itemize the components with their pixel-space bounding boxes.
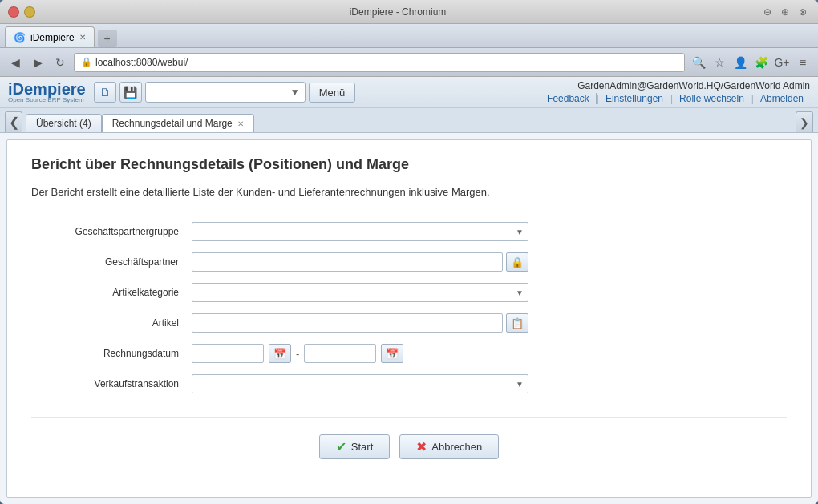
field-artikel: 📋 (192, 313, 528, 333)
new-window-button[interactable]: 🗋 (94, 82, 116, 103)
tab-current[interactable]: Rechnungsdetail und Marge ✕ (102, 114, 254, 132)
label-artikel: Artikel (31, 317, 192, 329)
rechnungsdatum-to-input[interactable] (304, 344, 376, 363)
form-row-verkaufstransaktion: Verkaufstransaktion ▼ (31, 374, 787, 393)
app-area: iDempiere Open Source ERP System 🗋 💾 ▼ M… (0, 77, 818, 504)
geschaeftspartner-input-group: 🔒 (192, 252, 528, 272)
report-description: Der Bericht erstellt eine detaillierte L… (31, 186, 787, 198)
action-bar: ✔ Start ✖ Abbrechen (31, 417, 787, 475)
menu-icon[interactable]: ≡ (794, 54, 812, 71)
window-title: iDempiere - Chromium (35, 6, 760, 18)
app-tab-strip: ❮ Übersicht (4) Rechnungsdetail und Marg… (0, 108, 818, 133)
label-geschaeftspartner: Geschäftspartner (31, 256, 192, 268)
tab-current-close-button[interactable]: ✕ (237, 119, 244, 128)
form-row-artikel: Artikel 📋 (31, 313, 787, 333)
geschaeftspartnergruppe-select[interactable] (192, 222, 528, 241)
form-row-geschaeftspartner: Geschäftspartner 🔒 (31, 252, 787, 272)
title-bar: iDempiere - Chromium ⊖ ⊕ ⊗ (0, 0, 818, 24)
app-logo[interactable]: iDempiere Open Source ERP System (8, 81, 86, 103)
window-controls[interactable] (8, 6, 35, 18)
start-button[interactable]: ✔ Start (319, 434, 390, 459)
url-text: localhost:8080/webui/ (95, 57, 188, 68)
settings-link[interactable]: Einstellungen (599, 93, 670, 104)
bookmark-icon[interactable]: ☆ (711, 54, 728, 71)
tab-overview-label: Übersicht (4) (36, 118, 91, 129)
title-bar-controls: ⊖ ⊕ ⊗ (760, 6, 810, 18)
minimize-window-button[interactable] (24, 6, 35, 18)
tab-toggle-right-button[interactable]: ❯ (796, 111, 813, 132)
date-separator: - (296, 348, 299, 360)
google-icon[interactable]: G+ (773, 54, 791, 71)
url-bar[interactable]: 🔒 localhost:8080/webui/ (74, 53, 685, 72)
save-button[interactable]: 💾 (119, 82, 142, 103)
artikel-input-group: 📋 (192, 313, 528, 333)
menu-button[interactable]: Menü (309, 83, 356, 103)
artikelkategorie-select[interactable] (192, 283, 528, 302)
rechnungsdatum-to-calendar-button[interactable]: 📅 (381, 344, 403, 363)
verkaufstransaktion-select[interactable] (192, 374, 528, 393)
logout-link[interactable]: Abmelden (754, 93, 810, 104)
profile-icon[interactable]: 👤 (731, 54, 749, 71)
field-geschaeftspartnergruppe: ▼ (192, 222, 528, 241)
feedback-link[interactable]: Feedback (541, 93, 597, 104)
address-bar: ◀ ▶ ↻ 🔒 localhost:8080/webui/ 🔍 ☆ 👤 🧩 G+… (0, 48, 818, 77)
cancel-button[interactable]: ✖ Abbrechen (399, 434, 499, 459)
date-range-row: 📅 - 📅 (192, 344, 528, 363)
forward-button[interactable]: ▶ (29, 54, 47, 71)
header-right: GardenAdmin@GardenWorld.HQ/GardenWorld A… (541, 80, 810, 104)
report-title: Bericht über Rechnungsdetails (Positione… (31, 156, 787, 173)
rechnungsdatum-from-input[interactable] (192, 344, 264, 363)
app-logo-main: iDempiere (8, 81, 86, 97)
tab-overview[interactable]: Übersicht (4) (26, 114, 102, 132)
close-icon[interactable]: ⊗ (796, 6, 810, 18)
search-icon[interactable]: 🔍 (690, 54, 707, 71)
header-buttons: 🗋 💾 ▼ Menü (94, 82, 356, 103)
label-geschaeftspartnergruppe: Geschäftspartnergruppe (31, 226, 192, 237)
reload-button[interactable]: ↻ (51, 54, 69, 71)
x-icon: ✖ (416, 439, 427, 454)
back-button[interactable]: ◀ (6, 54, 24, 71)
geschaeftspartner-input[interactable] (192, 252, 503, 272)
artikel-input[interactable] (192, 313, 503, 333)
chevron-down-icon: ▼ (290, 87, 300, 98)
form-row-artikelkategorie: Artikelkategorie ▼ (31, 283, 787, 302)
browser-tab-close-button[interactable]: ✕ (79, 33, 86, 42)
geschaeftspartner-lookup-button[interactable]: 🔒 (506, 252, 528, 272)
app-header: iDempiere Open Source ERP System 🗋 💾 ▼ M… (0, 77, 818, 108)
cancel-button-label: Abbrechen (431, 441, 482, 453)
lock-icon: 🔒 (81, 57, 92, 67)
start-button-label: Start (351, 441, 373, 453)
browser-tab-bar: 🌀 iDempiere ✕ + (0, 24, 818, 48)
field-rechnungsdatum: 📅 - 📅 (192, 344, 528, 363)
label-rechnungsdatum: Rechnungsdatum (31, 348, 192, 359)
field-artikelkategorie: ▼ (192, 283, 528, 302)
field-verkaufstransaktion: ▼ (192, 374, 528, 393)
browser-tab-label: iDempiere (30, 32, 75, 43)
address-bar-icons: 🔍 ☆ 👤 🧩 G+ ≡ (690, 54, 812, 71)
extensions-icon[interactable]: 🧩 (752, 54, 770, 71)
browser-tab[interactable]: 🌀 iDempiere ✕ (5, 26, 95, 47)
browser-tab-icon: 🌀 (14, 32, 26, 43)
form-row-geschaeftspartnergruppe: Geschäftspartnergruppe ▼ (31, 222, 787, 241)
switch-role-link[interactable]: Rolle wechseln (673, 93, 751, 104)
minimize-icon[interactable]: ⊖ (760, 6, 775, 18)
header-links: Feedback | Einstellungen | Rolle wechsel… (541, 93, 810, 104)
content-area: Bericht über Rechnungsdetails (Positione… (6, 139, 812, 498)
tab-toggle-left-button[interactable]: ❮ (5, 111, 22, 132)
checkmark-icon: ✔ (336, 439, 346, 454)
context-dropdown[interactable]: ▼ (145, 82, 306, 103)
maximize-icon[interactable]: ⊕ (778, 6, 792, 18)
form-row-rechnungsdatum: Rechnungsdatum 📅 - 📅 (31, 344, 787, 363)
new-tab-button[interactable]: + (98, 30, 117, 47)
artikel-lookup-button[interactable]: 📋 (506, 313, 528, 333)
rechnungsdatum-from-calendar-button[interactable]: 📅 (269, 344, 291, 363)
main-content: Bericht über Rechnungsdetails (Positione… (0, 133, 818, 504)
app-logo-sub: Open Source ERP System (8, 97, 86, 103)
user-info: GardenAdmin@GardenWorld.HQ/GardenWorld A… (541, 80, 810, 91)
field-geschaeftspartner: 🔒 (192, 252, 528, 272)
label-verkaufstransaktion: Verkaufstransaktion (31, 378, 192, 389)
close-window-button[interactable] (8, 6, 19, 18)
label-artikelkategorie: Artikelkategorie (31, 287, 192, 298)
tab-current-label: Rechnungsdetail und Marge (112, 118, 233, 129)
